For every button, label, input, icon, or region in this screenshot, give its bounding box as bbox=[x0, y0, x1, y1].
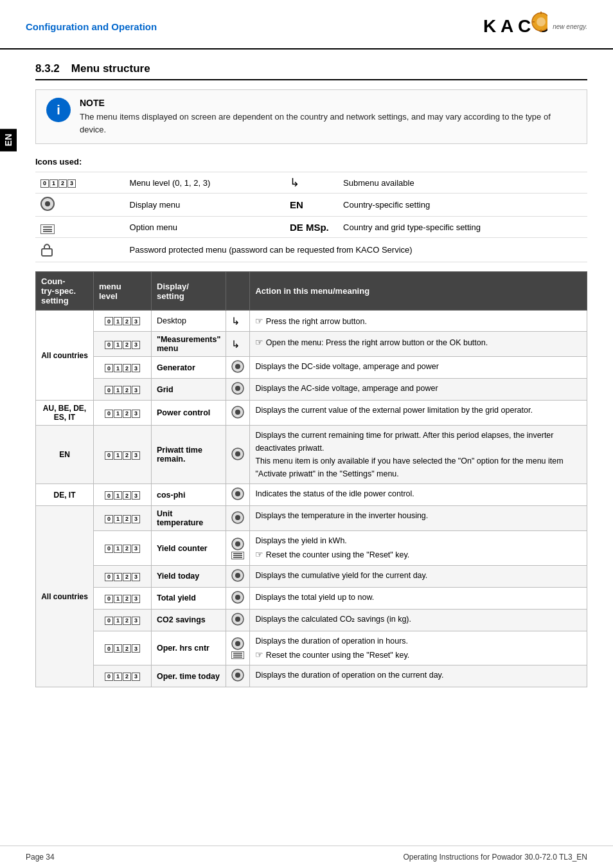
svg-point-33 bbox=[235, 673, 240, 678]
icon-desc-2: Country-specific setting bbox=[338, 194, 587, 217]
svg-rect-9 bbox=[42, 249, 52, 256]
svg-point-21 bbox=[235, 515, 240, 520]
main-content: 8.3.2 Menu structure i NOTE The menu ite… bbox=[0, 50, 613, 707]
table-row: 0123 "Measurements" menu ↳ ☞ Open the me… bbox=[36, 332, 587, 357]
icons-row-2: Display menu EN Country-specific setting bbox=[35, 194, 587, 217]
menu-level-cell: 0123 bbox=[94, 665, 152, 687]
display-cell: Oper. time today bbox=[152, 665, 226, 687]
de-sym: DE MSp. bbox=[285, 217, 338, 238]
display-cell: Priwatt time remain. bbox=[152, 426, 226, 484]
logo-area: K A C O new energy. bbox=[483, 12, 587, 42]
icon-label-2: Display menu bbox=[125, 194, 285, 217]
action-cell: Displays the current remaining time for … bbox=[250, 426, 587, 484]
logo-tagline: new energy. bbox=[553, 23, 587, 30]
menu-level-cell: 0123 bbox=[94, 531, 152, 565]
svg-point-17 bbox=[235, 451, 240, 457]
menu-level-cell: 0123 bbox=[94, 631, 152, 665]
icons-row-3: Option menu DE MSp. Country and grid typ… bbox=[35, 217, 587, 238]
menu-level-cell: 0123 bbox=[94, 401, 152, 426]
display-cell: Oper. hrs cntr bbox=[152, 631, 226, 665]
svg-point-15 bbox=[235, 410, 240, 415]
svg-point-23 bbox=[235, 541, 240, 547]
sub-sym-cell: ↳ bbox=[226, 332, 250, 357]
svg-point-8 bbox=[45, 201, 50, 206]
icons-row-1: 0 1 2 3 Menu level (0, 1, 2, 3) ↳ Submen… bbox=[35, 172, 587, 194]
display-cell: Yield counter bbox=[152, 531, 226, 565]
option-icon-cell bbox=[35, 217, 125, 238]
lock-icon-cell bbox=[35, 238, 125, 262]
th-menu-level: menulevel bbox=[94, 272, 152, 311]
action-cell: Displays the DC-side voltage, amperage a… bbox=[250, 357, 587, 379]
display-cell: Generator bbox=[152, 357, 226, 379]
svg-point-13 bbox=[235, 386, 240, 391]
table-row: 0123 Oper. hrs cntr bbox=[36, 631, 587, 665]
th-display: Display/setting bbox=[152, 272, 226, 311]
icons-table: 0 1 2 3 Menu level (0, 1, 2, 3) ↳ Submen… bbox=[35, 172, 587, 262]
action-cell: Displays the AC-side voltage, amperage a… bbox=[250, 379, 587, 401]
cursor-icon: ☞ bbox=[255, 549, 263, 559]
icon-desc-1: Submenu available bbox=[338, 172, 587, 194]
action-cell: Displays the duration of operation in ho… bbox=[250, 631, 587, 665]
sub-sym-cell bbox=[226, 401, 250, 426]
note-box: i NOTE The menu items displayed on scree… bbox=[35, 89, 587, 144]
th-action: Action in this menu/meaning bbox=[250, 272, 587, 311]
note-content: NOTE The menu items displayed on screen … bbox=[80, 98, 576, 136]
table-row: All countries 0123 Unit temperature Disp… bbox=[36, 506, 587, 531]
doc-title: Operating Instructions for Powador 30.0-… bbox=[403, 853, 587, 862]
country-all-1: All countries bbox=[36, 311, 94, 401]
menu-level-cell: 0123 bbox=[94, 311, 152, 332]
sub-sym-cell bbox=[226, 426, 250, 484]
sub-sym-cell bbox=[226, 379, 250, 401]
display-cell: Total yield bbox=[152, 587, 226, 609]
action-cell: Displays the total yield up to now. bbox=[250, 587, 587, 609]
display-cell: Grid bbox=[152, 379, 226, 401]
page-header: Configuration and Operation K A C O bbox=[0, 0, 613, 50]
icons-used-label: Icons used: bbox=[35, 157, 587, 167]
menu-level-cell: 0123 bbox=[94, 426, 152, 484]
table-header-row: Coun-try-spec.setting menulevel Display/… bbox=[36, 272, 587, 311]
country-de-it: DE, IT bbox=[36, 484, 94, 506]
table-row: 0123 Yield counter bbox=[36, 531, 587, 565]
sub-sym-cell bbox=[226, 484, 250, 506]
th-sym bbox=[226, 272, 250, 311]
action-cell: Displays the calculated CO₂ savings (in … bbox=[250, 609, 587, 631]
sub-arrow-sym: ↳ bbox=[285, 172, 338, 194]
icons-row-4: Password protected menu (password can be… bbox=[35, 238, 587, 262]
action-cell: Displays the duration of operation on th… bbox=[250, 665, 587, 687]
lock-icon bbox=[40, 249, 53, 258]
display-cell: Unit temperature bbox=[152, 506, 226, 531]
menu-level-cell: 0123 bbox=[94, 484, 152, 506]
menu-level-cell: 0123 bbox=[94, 565, 152, 587]
en-sym: EN bbox=[285, 194, 338, 217]
sub-sym-cell bbox=[226, 506, 250, 531]
page-number: Page 34 bbox=[26, 853, 55, 862]
menu-level-cell: 0123 bbox=[94, 506, 152, 531]
display-icon-cell bbox=[35, 194, 125, 217]
th-country: Coun-try-spec.setting bbox=[36, 272, 94, 311]
sub-sym-cell bbox=[226, 357, 250, 379]
sub-sym-cell bbox=[226, 531, 250, 565]
cursor-icon: ☞ bbox=[255, 649, 263, 660]
menu-level-cell: 0123 bbox=[94, 609, 152, 631]
sub-sym-cell bbox=[226, 587, 250, 609]
table-row: AU, BE, DE,ES, IT 0123 Power control Dis… bbox=[36, 401, 587, 426]
note-title: NOTE bbox=[80, 98, 576, 108]
table-row: DE, IT 0123 cos-phi Indicates the status… bbox=[36, 484, 587, 506]
cursor-icon: ☞ bbox=[255, 337, 263, 347]
menu-level-cell: 0123 bbox=[94, 379, 152, 401]
action-cell: Displays the current value of the extern… bbox=[250, 401, 587, 426]
country-au-be: AU, BE, DE,ES, IT bbox=[36, 401, 94, 426]
sub-sym-cell bbox=[226, 565, 250, 587]
table-row: 0123 Oper. time today Displays the durat… bbox=[36, 665, 587, 687]
svg-point-27 bbox=[235, 595, 240, 600]
menu-level-icon: 0 1 2 3 bbox=[40, 179, 76, 188]
menu-level-cell: 0123 bbox=[94, 357, 152, 379]
country-en: EN bbox=[36, 426, 94, 484]
action-cell: ☞ Press the right arrow button. bbox=[250, 311, 587, 332]
info-icon: i bbox=[46, 98, 71, 122]
table-row: 0123 Yield today Displays the cumulative… bbox=[36, 565, 587, 587]
sub-sym-cell bbox=[226, 665, 250, 687]
icon-desc-3: Country and grid type-specific setting bbox=[338, 217, 587, 238]
table-row: 0123 Grid Displays the AC-side voltage, … bbox=[36, 379, 587, 401]
action-cell: Indicates the status of the idle power c… bbox=[250, 484, 587, 506]
